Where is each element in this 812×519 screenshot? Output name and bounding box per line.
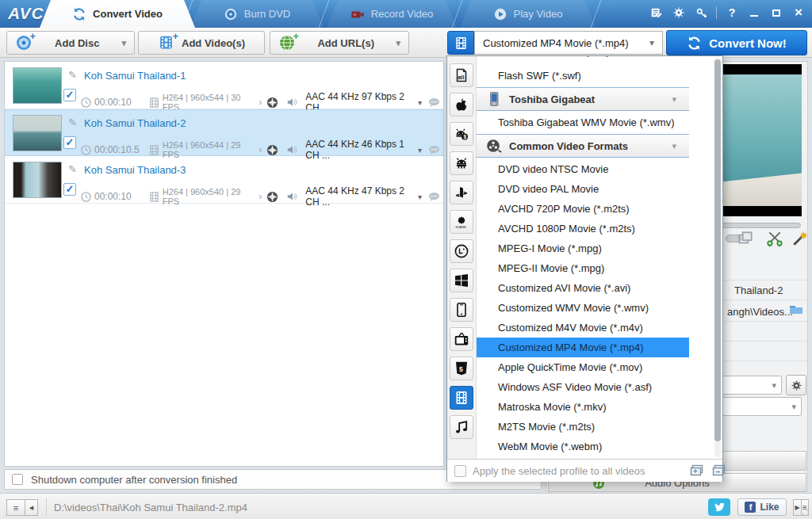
clip-scissors-icon[interactable]: ++ bbox=[766, 230, 783, 247]
queue-list-button[interactable]: ≡ bbox=[6, 499, 25, 516]
video-row[interactable]: ✎ Koh Samui Thailand-1 ✓ 00:00:10 H264 |… bbox=[5, 63, 443, 109]
profile-menu-item[interactable]: Customized AVI Movie (*.avi) bbox=[477, 278, 689, 298]
tv-icon[interactable] bbox=[450, 327, 473, 351]
profile-menu-item[interactable]: Flash SWF (*.swf) bbox=[477, 66, 689, 86]
windows-icon[interactable] bbox=[450, 269, 473, 292]
register-key-icon[interactable] bbox=[694, 6, 708, 20]
profile-group-toshiba-gigabeat[interactable]: Toshiba Gigabeat▾ bbox=[477, 87, 689, 111]
add-videos-label: Add Video(s) bbox=[182, 37, 245, 49]
video-formats-icon[interactable] bbox=[450, 386, 473, 410]
convert-now-button[interactable]: Convert Now! bbox=[666, 30, 807, 55]
edit-list-icon[interactable] bbox=[649, 6, 664, 20]
snapshot-icon[interactable] bbox=[737, 230, 754, 247]
comment-bubble-icon[interactable] bbox=[428, 97, 440, 108]
playstation-icon[interactable] bbox=[450, 181, 473, 204]
profile-group-common-video-formats[interactable]: Common Video Formats▾ bbox=[477, 134, 689, 158]
tab-play-video[interactable]: Play Video bbox=[460, 0, 596, 28]
profile-menu-item[interactable]: DVD video NTSC Movie bbox=[477, 159, 689, 179]
menu-scrollbar-thumb[interactable] bbox=[714, 59, 721, 441]
facebook-icon: f bbox=[745, 502, 756, 513]
profile-menu-item[interactable]: Customized M4V Movie (*.m4v) bbox=[477, 318, 689, 338]
huawei-icon[interactable]: HUAWEI bbox=[450, 210, 473, 234]
crop-settings-icon[interactable] bbox=[266, 97, 278, 109]
maximize-icon[interactable] bbox=[769, 6, 783, 20]
profile-menu-item[interactable]: MPEG-II Movie (*.mpg) bbox=[477, 258, 689, 278]
lg-icon[interactable] bbox=[450, 239, 473, 263]
add-videos-button[interactable]: + Add Video(s) bbox=[138, 31, 265, 55]
help-icon[interactable]: ? bbox=[725, 6, 739, 20]
twitter-button[interactable] bbox=[708, 498, 730, 516]
profile-menu-item[interactable]: Toshiba Gigabeat WMV Movie (*.wmv) bbox=[477, 113, 689, 132]
video-thumbnail[interactable] bbox=[13, 162, 62, 198]
audio-formats-icon[interactable] bbox=[450, 415, 473, 439]
mobile-phone-icon[interactable] bbox=[450, 298, 473, 322]
video-title[interactable]: Koh Samui Thailand-2 bbox=[84, 117, 186, 129]
audio-info-select[interactable]: AAC 44 KHz 47 Kbps 2 CH ... bbox=[305, 185, 416, 208]
profile-menu-item[interactable]: Customized WMV Movie (*.wmv) bbox=[477, 298, 689, 318]
rename-pencil-icon[interactable]: ✎ bbox=[68, 69, 77, 81]
comment-bubble-icon[interactable] bbox=[428, 145, 440, 155]
profile-menu-item-selected[interactable]: Customized MP4 Movie (*.mp4) bbox=[477, 338, 689, 357]
rename-pencil-icon[interactable]: ✎ bbox=[68, 163, 77, 175]
add-profile-icon[interactable]: + bbox=[690, 464, 703, 478]
add-video-icon: + bbox=[158, 34, 175, 52]
profile-film-button[interactable] bbox=[447, 31, 474, 55]
tab-burn-dvd[interactable]: Burn DVD bbox=[190, 0, 324, 28]
video-row-selected[interactable]: ✎ Koh Samui Thailand-2 ✓ 00:00:10.5 H264… bbox=[5, 109, 443, 156]
profile-menu-item[interactable]: DVD video PAL Movie bbox=[477, 179, 689, 199]
all-formats-icon[interactable]: all bbox=[450, 63, 473, 87]
tab-label: Burn DVD bbox=[244, 8, 291, 20]
profile-menu-item[interactable]: Apple QuickTime Movie (*.mov) bbox=[477, 357, 689, 377]
html5-icon[interactable]: 5 bbox=[450, 357, 473, 380]
tab-convert-video[interactable]: Convert Video bbox=[40, 0, 195, 28]
play-queue-button[interactable]: ▶ bbox=[793, 499, 801, 516]
folder-icon[interactable] bbox=[789, 303, 803, 315]
video-checkbox[interactable]: ✓ bbox=[63, 89, 76, 101]
profile-select[interactable]: Customized MP4 Movie (*.mp4) ▾ bbox=[474, 31, 663, 55]
apply-profile-checkbox[interactable] bbox=[454, 465, 466, 477]
settings-gear-icon[interactable] bbox=[672, 6, 686, 20]
tab-record-video[interactable]: Record Video bbox=[327, 0, 457, 28]
profile-menu-item[interactable]: WebM Movie (*.webm) bbox=[477, 437, 689, 456]
close-icon[interactable]: × bbox=[791, 6, 806, 20]
video-row[interactable]: ✎ Koh Samui Thailand-3 ✓ 00:00:10 H264 |… bbox=[5, 157, 443, 204]
video-thumbnail[interactable] bbox=[13, 115, 62, 151]
profile-menu-item[interactable]: M2TS Movie (*.m2ts) bbox=[477, 417, 689, 437]
video-title[interactable]: Koh Samui Thailand-3 bbox=[84, 164, 186, 176]
profile-menu-item-clipped[interactable]: Flash Video Movie (*.flv) bbox=[477, 56, 689, 66]
profile-menu-item[interactable]: Matroska Movie (*.mkv) bbox=[477, 397, 689, 417]
profile-menu-item[interactable]: AVCHD 720P Movie (*.m2ts) bbox=[477, 199, 689, 219]
remove-profile-icon[interactable]: – bbox=[712, 464, 726, 478]
add-disc-label: Add Disc bbox=[39, 37, 115, 49]
add-disc-button[interactable]: + Add Disc ▾ bbox=[6, 31, 135, 55]
crop-settings-icon[interactable] bbox=[266, 191, 278, 203]
apple-icon[interactable] bbox=[450, 93, 473, 116]
output-folder-value: angh\Videos... bbox=[727, 306, 793, 318]
profile-settings-button[interactable] bbox=[786, 375, 806, 395]
profile-menu-item[interactable]: MPEG-I Movie (*.mpg) bbox=[477, 239, 689, 258]
video-checkbox[interactable]: ✓ bbox=[63, 136, 76, 149]
profile-menu-items: Flash Video Movie (*.flv) Flash SWF (*.s… bbox=[477, 56, 689, 459]
collapse-left-button[interactable]: ◂ bbox=[25, 499, 38, 516]
filmstrip-icon bbox=[149, 97, 159, 108]
rename-pencil-icon[interactable]: ✎ bbox=[68, 116, 77, 128]
minimize-icon[interactable] bbox=[747, 6, 761, 20]
crop-settings-icon[interactable] bbox=[266, 144, 278, 156]
add-urls-button[interactable]: + Add URL(s) ▾ bbox=[270, 31, 409, 55]
video-checkbox[interactable]: ✓ bbox=[63, 183, 76, 196]
profile-menu-item[interactable]: AVCHD 1080P Movie (*.m2ts) bbox=[477, 219, 689, 239]
resize-grip[interactable] bbox=[802, 509, 810, 517]
effects-wand-icon[interactable] bbox=[791, 230, 809, 247]
comment-bubble-icon[interactable] bbox=[428, 192, 440, 202]
video-title[interactable]: Koh Samui Thailand-1 bbox=[84, 70, 186, 82]
menu-scrollbar[interactable] bbox=[714, 58, 721, 457]
facebook-like-button[interactable]: f Like bbox=[737, 498, 787, 516]
video-thumbnail[interactable] bbox=[13, 67, 62, 104]
android-paid-icon[interactable]: $ bbox=[450, 122, 473, 146]
arrow-left-icon: ◂ bbox=[29, 502, 34, 513]
android-icon[interactable] bbox=[450, 151, 473, 175]
profile-menu-item[interactable]: Windows ASF Video Movie (*.asf) bbox=[477, 377, 689, 397]
svg-text:+: + bbox=[693, 467, 697, 475]
svg-text:5: 5 bbox=[459, 365, 463, 373]
shutdown-checkbox[interactable] bbox=[12, 474, 23, 485]
